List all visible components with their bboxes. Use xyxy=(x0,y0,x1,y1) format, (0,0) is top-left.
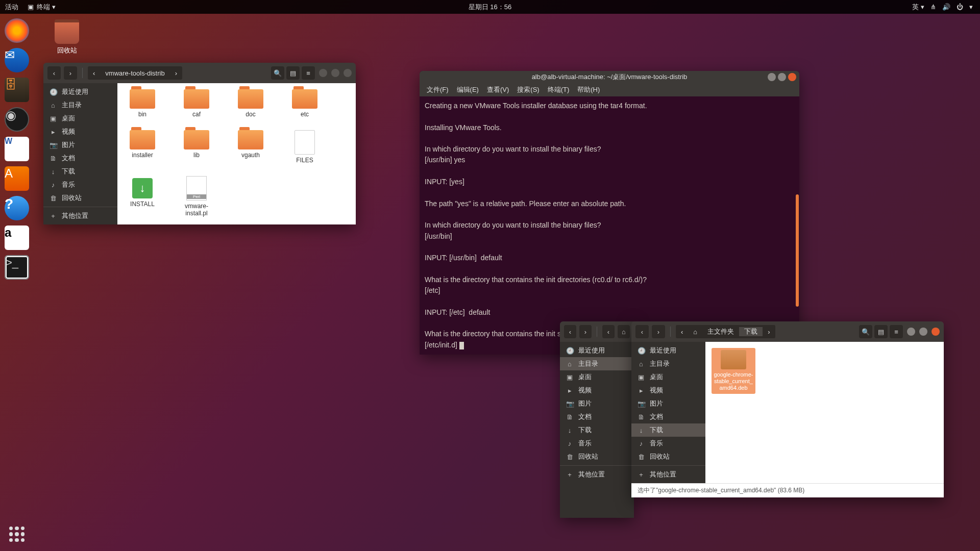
files-content[interactable]: bincafdocetcinstallerlibvgauthFILESINSTA… xyxy=(117,83,356,224)
desktop-trash[interactable]: 回收站 xyxy=(49,19,85,55)
sidebar-item[interactable]: ♪音乐 xyxy=(631,437,705,450)
sidebar-item[interactable]: ▸视频 xyxy=(560,384,634,397)
scrollbar[interactable] xyxy=(796,194,799,307)
nav-forward-button[interactable]: › xyxy=(64,66,77,80)
menu-item[interactable]: 文件(F) xyxy=(424,84,452,95)
files-titlebar[interactable]: ‹ › ‹ 主文件夹 下载 › 🔍 ▤ ≡ xyxy=(631,321,944,342)
file-item[interactable]: FILES xyxy=(286,130,324,164)
nav-forward-button[interactable]: › xyxy=(579,325,592,338)
terminal-titlebar[interactable]: alb@alb-virtual-machine: ~/桌面/vmware-too… xyxy=(420,71,799,83)
sidebar-item[interactable]: 🗎文档 xyxy=(631,410,705,423)
menu-item[interactable]: 编辑(E) xyxy=(454,84,482,95)
path-bar[interactable]: ‹ 主文件夹 下载 › xyxy=(676,325,775,338)
terminal-body[interactable]: Creating a new VMware Tools installer da… xyxy=(420,96,799,355)
menu-item[interactable]: 帮助(H) xyxy=(574,84,603,95)
dock-software[interactable]: A xyxy=(3,165,31,192)
view-toggle-button[interactable]: ▤ xyxy=(874,325,888,338)
sidebar-item[interactable]: 📷图片 xyxy=(560,397,634,410)
power-icon[interactable]: ⏻ xyxy=(957,3,963,11)
sidebar-item[interactable]: ⌂主目录 xyxy=(631,357,705,370)
nav-forward-button[interactable]: › xyxy=(652,325,665,338)
dock-firefox[interactable] xyxy=(3,17,31,44)
menu-item[interactable]: 查看(V) xyxy=(484,84,512,95)
sidebar-item[interactable]: +其他位置 xyxy=(43,209,117,222)
sidebar-item[interactable]: ▸视频 xyxy=(631,384,705,397)
hamburger-menu-button[interactable]: ≡ xyxy=(302,66,315,80)
file-item[interactable]: etc xyxy=(286,89,324,118)
system-menu-chevron-icon[interactable]: ▾ xyxy=(969,3,973,11)
sidebar-item[interactable]: ▣桌面 xyxy=(631,370,705,384)
sidebar-item[interactable]: +其他位置 xyxy=(631,468,705,481)
app-menu[interactable]: 终端 ▾ xyxy=(37,3,56,12)
sidebar-item[interactable]: ⌂主目录 xyxy=(43,98,117,112)
sidebar-item[interactable]: ▣桌面 xyxy=(560,370,634,384)
show-applications-button[interactable] xyxy=(0,517,34,551)
sidebar-item[interactable]: 📷图片 xyxy=(631,397,705,410)
file-item[interactable]: doc xyxy=(232,89,270,118)
hamburger-menu-button[interactable]: ≡ xyxy=(890,325,903,338)
dock-thunderbird[interactable]: ✉ xyxy=(3,46,31,74)
file-item[interactable]: vmware-install.pl xyxy=(178,176,215,217)
sidebar-item[interactable]: 🗑回收站 xyxy=(631,450,705,463)
clock[interactable]: 星期日 16：56 xyxy=(469,3,512,12)
nav-back-button[interactable]: ‹ xyxy=(47,66,61,80)
sidebar-item[interactable]: 📷图片 xyxy=(43,138,117,152)
file-item[interactable]: INSTALL xyxy=(124,176,161,217)
sidebar-item[interactable]: 🕘最近使用 xyxy=(43,85,117,98)
files-titlebar[interactable]: ‹ › ‹ vmware-tools-distrib › 🔍 ▤ ≡ xyxy=(43,63,356,83)
view-toggle-button[interactable]: ▤ xyxy=(286,66,300,80)
window-minimize-button[interactable] xyxy=(768,73,776,81)
network-icon[interactable]: ⋔ xyxy=(930,3,936,11)
file-item[interactable]: lib xyxy=(178,130,215,164)
sidebar-item[interactable]: ♪音乐 xyxy=(560,437,634,450)
sidebar-item[interactable]: 🕘最近使用 xyxy=(631,344,705,357)
sidebar-item[interactable]: 🗎文档 xyxy=(560,410,634,423)
activities-button[interactable]: 活动 xyxy=(5,3,18,12)
ime-indicator[interactable]: 英 ▾ xyxy=(912,3,924,12)
search-button[interactable]: 🔍 xyxy=(271,66,284,80)
path-segment[interactable]: vmware-tools-distrib xyxy=(100,69,169,77)
path-bar[interactable]: ‹ vmware-tools-distrib › xyxy=(88,66,182,80)
window-maximize-button[interactable] xyxy=(778,73,786,81)
dock-help[interactable]: ? xyxy=(3,194,31,222)
window-close-button[interactable] xyxy=(932,328,940,336)
nav-back-button[interactable]: ‹ xyxy=(635,325,649,338)
home-icon[interactable] xyxy=(618,325,630,338)
file-item[interactable]: caf xyxy=(178,89,215,118)
sidebar-item[interactable]: 🗑回收站 xyxy=(560,450,634,463)
file-item[interactable]: installer xyxy=(124,130,161,164)
search-button[interactable]: 🔍 xyxy=(859,325,872,338)
volume-icon[interactable]: 🔊 xyxy=(942,3,950,11)
path-current-segment[interactable]: 下载 xyxy=(739,327,763,336)
window-minimize-button[interactable] xyxy=(319,69,327,77)
menu-item[interactable]: 终端(T) xyxy=(545,84,573,95)
menu-item[interactable]: 搜索(S) xyxy=(514,84,542,95)
dock-amazon[interactable]: a xyxy=(3,224,31,252)
sidebar-item[interactable]: ↓下载 xyxy=(560,423,634,437)
window-minimize-button[interactable] xyxy=(907,328,915,336)
dock-terminal[interactable]: >_ xyxy=(3,254,31,281)
window-maximize-button[interactable] xyxy=(331,69,339,77)
window-close-button[interactable] xyxy=(344,69,352,77)
window-close-button[interactable] xyxy=(788,73,796,81)
sidebar-item[interactable]: ⌂主目录 xyxy=(560,357,634,370)
sidebar-item[interactable]: ↓下载 xyxy=(43,165,117,178)
window-maximize-button[interactable] xyxy=(919,328,927,336)
file-item[interactable]: vgauth xyxy=(232,130,270,164)
files-titlebar[interactable]: ‹ › ‹ xyxy=(560,321,634,342)
dock-writer[interactable]: W xyxy=(3,135,31,163)
sidebar-item[interactable]: ▸视频 xyxy=(43,125,117,138)
dock-rhythmbox[interactable]: ◉ xyxy=(3,106,31,133)
sidebar-item[interactable]: ▣桌面 xyxy=(43,112,117,125)
sidebar-item[interactable]: 🗎文档 xyxy=(43,152,117,165)
sidebar-item[interactable]: +其他位置 xyxy=(560,468,634,481)
sidebar-item[interactable]: ♪音乐 xyxy=(43,178,117,191)
file-item-selected[interactable]: google-chrome-stable_current_amd64.deb xyxy=(712,348,755,394)
sidebar-item[interactable]: 🕘最近使用 xyxy=(560,344,634,357)
sidebar-item[interactable]: ↓下载 xyxy=(631,423,705,437)
files-content[interactable]: google-chrome-stable_current_amd64.deb xyxy=(705,342,944,483)
sidebar-item[interactable]: 🗑回收站 xyxy=(43,191,117,205)
path-home-segment[interactable]: 主文件夹 xyxy=(702,327,739,336)
file-item[interactable]: bin xyxy=(124,89,161,118)
nav-back-button[interactable]: ‹ xyxy=(564,325,576,338)
